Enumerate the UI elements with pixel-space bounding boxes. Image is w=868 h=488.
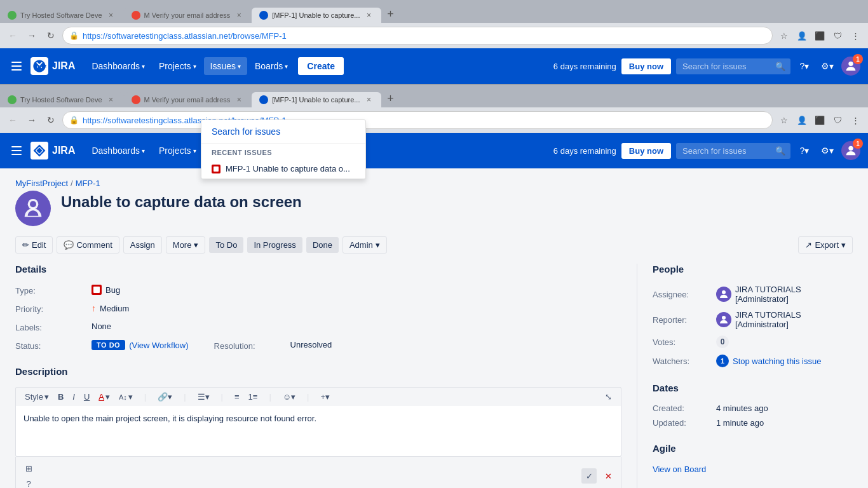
- font-color-button[interactable]: A ▾: [95, 390, 114, 403]
- search-icon-2: 🔍: [775, 146, 785, 156]
- issue-dot-icon: [212, 165, 220, 173]
- stop-watching-link[interactable]: Stop watching this issue: [733, 356, 821, 366]
- breadcrumb-project[interactable]: MyFirstProject: [15, 179, 68, 188]
- forward-button-2[interactable]: →: [24, 112, 39, 128]
- settings-button-2[interactable]: ⚙▾: [818, 142, 836, 159]
- priority-label: Priority:: [15, 303, 92, 314]
- tab-favicon-2-3: [259, 95, 268, 104]
- view-on-board-link[interactable]: View on Board: [653, 464, 706, 474]
- tab-close-1[interactable]: ×: [106, 10, 116, 20]
- create-button-1[interactable]: Create: [298, 57, 344, 75]
- reload-button[interactable]: ↻: [43, 28, 58, 43]
- reload-button-2[interactable]: ↻: [43, 112, 58, 128]
- extension-icon-2[interactable]: ⬛: [812, 112, 827, 128]
- help-button-1[interactable]: ?▾: [796, 57, 813, 75]
- browser-tab-2-2[interactable]: M Verify your email address ×: [124, 92, 252, 107]
- admin-button[interactable]: Admin ▾: [342, 236, 387, 254]
- jira-logo-2[interactable]: JIRA: [31, 142, 75, 159]
- browser-tab-1-1[interactable]: Try Hosted Software Deve ×: [0, 8, 124, 23]
- address-bar[interactable]: 🔒 https://softwaretestingclass.atlassian…: [62, 27, 773, 44]
- format-button[interactable]: ☰▾: [194, 390, 214, 403]
- search-input-2[interactable]: [676, 143, 790, 159]
- editor-help-icon[interactable]: ?: [21, 476, 36, 488]
- comment-button[interactable]: 💬 Comment: [57, 236, 119, 254]
- nav-dashboards-1[interactable]: Dashboards ▾: [85, 57, 151, 75]
- more-icon[interactable]: ⋮: [848, 28, 863, 43]
- editor-cancel-button[interactable]: ✕: [600, 468, 616, 484]
- tab-close-3[interactable]: ×: [363, 10, 374, 20]
- editor-table-icon[interactable]: ⊞: [21, 461, 36, 476]
- bullet-list-button[interactable]: ≡: [231, 390, 243, 403]
- assign-button[interactable]: Assign: [123, 236, 162, 254]
- avatar-wrapper-1[interactable]: 1: [841, 57, 860, 76]
- emoji-button[interactable]: ☺▾: [279, 390, 299, 403]
- browser-tab-2-1[interactable]: Try Hosted Software Deve ×: [0, 92, 124, 107]
- tab-close-2-3[interactable]: ×: [363, 95, 374, 105]
- new-tab-button-2[interactable]: +: [381, 90, 399, 107]
- header-nav-1: Dashboards ▾ Projects ▾ Issues ▾ Boards …: [85, 57, 344, 75]
- font-size-button[interactable]: A↕ ▾: [115, 390, 137, 403]
- action-bar: ✏ Edit 💬 Comment Assign More ▾ To Do In …: [0, 236, 868, 264]
- todo-button[interactable]: To Do: [209, 237, 243, 253]
- watchers-label: Watchers:: [653, 356, 716, 366]
- browser-tab-1-2[interactable]: M Verify your email address ×: [124, 8, 252, 23]
- first-browser-instance: Try Hosted Software Deve × M Verify your…: [0, 0, 868, 84]
- address-bar-2[interactable]: 🔒 https://softwaretestingclass.atlassian…: [62, 111, 773, 129]
- nav-issues-1[interactable]: Issues ▾: [204, 57, 247, 75]
- new-tab-button[interactable]: +: [381, 5, 399, 23]
- bold-button[interactable]: B: [54, 390, 67, 403]
- italic-button[interactable]: I: [69, 390, 79, 403]
- nav-boards-1[interactable]: Boards ▾: [248, 57, 294, 75]
- done-button[interactable]: Done: [306, 237, 339, 253]
- profile-icon[interactable]: 👤: [794, 28, 810, 43]
- back-button-2[interactable]: ←: [5, 112, 20, 128]
- hamburger-menu-1[interactable]: [8, 57, 25, 75]
- tab-close-2-2[interactable]: ×: [234, 95, 244, 105]
- breadcrumb-key[interactable]: MFP-1: [76, 179, 100, 188]
- back-button[interactable]: ←: [5, 28, 20, 43]
- browser-tab-2-3[interactable]: [MFP-1] Unable to capture... ×: [252, 92, 381, 107]
- tab-favicon-3: [259, 11, 268, 20]
- hamburger-menu-2[interactable]: [8, 142, 25, 159]
- view-workflow-link[interactable]: (View Workflow): [129, 341, 188, 350]
- shield-icon-2[interactable]: 🛡: [830, 112, 845, 128]
- buy-now-button-1[interactable]: Buy now: [621, 58, 671, 74]
- link-button[interactable]: 🔗▾: [154, 390, 176, 403]
- help-button-2[interactable]: ?▾: [796, 142, 813, 159]
- bookmark-icon-2[interactable]: ☆: [776, 112, 792, 128]
- editor-content[interactable]: Unable to open the main project screen, …: [15, 406, 621, 457]
- nav-projects-2[interactable]: Projects ▾: [153, 142, 203, 159]
- bookmark-icon[interactable]: ☆: [776, 28, 792, 43]
- nav-dashboards-2[interactable]: Dashboards ▾: [85, 142, 151, 159]
- numbered-list-button[interactable]: 1≡: [245, 390, 262, 403]
- dropdown-issue-item[interactable]: MFP-1 Unable to capture data o...: [201, 159, 365, 179]
- browser-tab-1-3[interactable]: [MFP-1] Unable to capture... ×: [252, 8, 381, 23]
- reporter-avatar: [716, 312, 731, 327]
- edit-button[interactable]: ✏ Edit: [15, 236, 53, 254]
- forward-button[interactable]: →: [24, 28, 39, 43]
- underline-button[interactable]: U: [80, 390, 93, 403]
- settings-button-1[interactable]: ⚙▾: [818, 57, 836, 75]
- tab-close-2[interactable]: ×: [234, 10, 244, 20]
- editor-confirm-button[interactable]: ✓: [581, 468, 597, 484]
- avatar-wrapper-2[interactable]: 1: [841, 141, 860, 160]
- tab-close-2-1[interactable]: ×: [106, 95, 116, 105]
- search-input-1[interactable]: [676, 58, 790, 74]
- insert-button[interactable]: +▾: [316, 390, 334, 403]
- in-progress-button[interactable]: In Progress: [247, 237, 302, 253]
- export-caret-icon: ▾: [841, 240, 846, 250]
- shield-icon[interactable]: 🛡: [830, 28, 845, 43]
- notification-badge-2: 1: [853, 139, 863, 149]
- export-button[interactable]: ↗ Export ▾: [798, 236, 853, 254]
- nav-projects-1[interactable]: Projects ▾: [153, 57, 203, 75]
- profile-icon-2[interactable]: 👤: [794, 112, 810, 128]
- extension-icon[interactable]: ⬛: [812, 28, 827, 43]
- jira-logo-1[interactable]: JIRA JIRA: [31, 57, 75, 75]
- buy-now-button-2[interactable]: Buy now: [621, 143, 671, 159]
- dropdown-search-issues[interactable]: Search for issues: [201, 120, 365, 144]
- collapse-editor-button[interactable]: ⤡: [601, 390, 616, 403]
- notification-badge-1: 1: [853, 54, 863, 64]
- more-icon-2[interactable]: ⋮: [848, 112, 863, 128]
- more-button[interactable]: More ▾: [166, 236, 206, 254]
- style-dropdown[interactable]: Style ▾: [21, 390, 53, 403]
